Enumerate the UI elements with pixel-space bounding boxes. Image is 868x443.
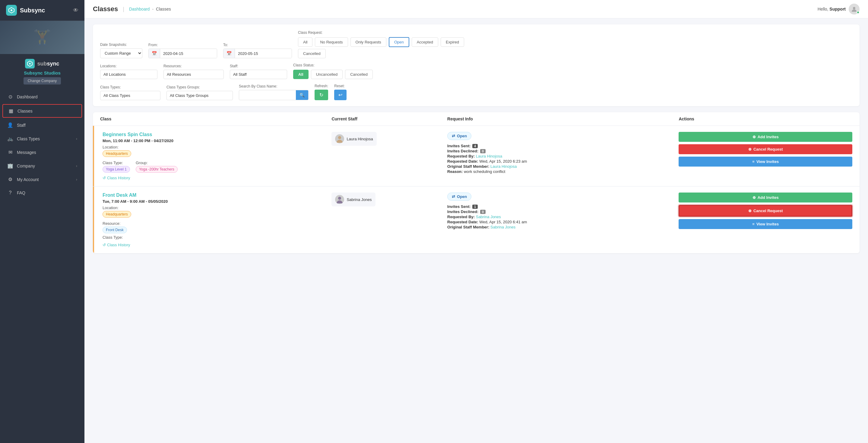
sidebar-item-class-types[interactable]: 🚲 Class Types › bbox=[0, 132, 85, 145]
request-btn-all[interactable]: All bbox=[298, 37, 312, 47]
col-header-class: Class bbox=[100, 117, 332, 121]
list-icon: ≡ bbox=[752, 222, 754, 226]
breadcrumb-home[interactable]: Dashboard bbox=[129, 7, 150, 11]
change-company-button[interactable]: Change Company bbox=[24, 77, 61, 85]
staff-input[interactable] bbox=[230, 70, 287, 79]
add-invites-button[interactable]: ⊕ Add Invites bbox=[679, 132, 852, 142]
brand-name: subsync bbox=[37, 61, 59, 67]
invites-declined: Invites Declined: 0 bbox=[447, 149, 679, 153]
requested-by: Requested By: Laura Hinojosa bbox=[447, 154, 679, 158]
list-icon: ≡ bbox=[752, 159, 754, 164]
calendar-icon-2: 📅 bbox=[223, 49, 235, 58]
search-class-input[interactable] bbox=[239, 91, 296, 99]
filters-section: Date Snapshots: Custom Range From: 📅 To: bbox=[93, 25, 860, 106]
sidebar-item-label: Dashboard bbox=[17, 94, 38, 99]
request-btn-accepted[interactable]: Accepted bbox=[412, 37, 438, 47]
from-date-input[interactable] bbox=[160, 49, 217, 58]
class-datetime: Mon, 11:00 AM - 12:00 PM - 04/27/2020 bbox=[102, 139, 332, 143]
status-btn-cancelled[interactable]: Cancelled bbox=[345, 70, 373, 79]
sidebar-item-my-account[interactable]: ⚙ My Account › bbox=[0, 173, 85, 186]
open-label: Open bbox=[457, 194, 467, 199]
cancel-request-button[interactable]: ⊗ Cancel Request bbox=[679, 205, 852, 217]
sidebar-brand: subsync Subsync Studios Change Company bbox=[0, 54, 85, 87]
requested-date: Requested Date: Wed, Apr 15, 2020 6:23 a… bbox=[447, 159, 679, 164]
sidebar-item-classes[interactable]: ▦ Classes bbox=[2, 104, 82, 118]
request-btn-no-requests[interactable]: No Requests bbox=[315, 37, 348, 47]
app-title: Subsync bbox=[20, 7, 45, 14]
class-history-link[interactable]: ↺ Class History bbox=[102, 243, 332, 247]
resources-input[interactable] bbox=[163, 70, 224, 79]
open-label: Open bbox=[457, 134, 467, 138]
invites-declined-count: 0 bbox=[480, 149, 486, 153]
reset-group: Reset: ↩ bbox=[334, 84, 346, 100]
request-buttons-row1: All No Requests Only Requests Open Accep… bbox=[298, 37, 464, 47]
reason: Reason: work scheduling conflict bbox=[447, 169, 679, 174]
class-name-link[interactable]: Beginners Spin Class bbox=[102, 132, 152, 137]
sidebar-item-faq[interactable]: ? FAQ bbox=[0, 186, 85, 200]
to-date-input[interactable] bbox=[235, 49, 292, 58]
original-staff: Original Staff Member: Sabrina Jones bbox=[447, 225, 679, 229]
locations-label: Locations: bbox=[100, 64, 157, 68]
view-invites-button[interactable]: ≡ View Invites bbox=[679, 157, 852, 167]
request-buttons-row2: Cancelled bbox=[298, 49, 464, 58]
status-btn-all[interactable]: All bbox=[293, 70, 309, 79]
add-invites-button[interactable]: ⊕ Add Invites bbox=[679, 193, 852, 203]
topbar: Classes | Dashboard - Classes Hello, Sup… bbox=[85, 0, 868, 19]
eye-icon[interactable]: 👁 bbox=[73, 7, 79, 13]
cancel-request-button[interactable]: ⊗ Cancel Request bbox=[679, 144, 852, 154]
sidebar-item-messages[interactable]: ✉ Messages bbox=[0, 145, 85, 159]
refresh-group: Refresh: ↻ bbox=[315, 84, 328, 100]
to-date-group: To: 📅 bbox=[223, 43, 292, 58]
search-wrap: 🔍 bbox=[239, 90, 309, 100]
invites-sent-count: 4 bbox=[472, 144, 478, 148]
class-history-label: Class History bbox=[107, 243, 130, 247]
sidebar-item-dashboard[interactable]: ⊙ Dashboard bbox=[0, 90, 85, 104]
view-invites-button[interactable]: ≡ View Invites bbox=[679, 219, 852, 229]
breadcrumb-current: Classes bbox=[156, 7, 171, 11]
history-icon: ↺ bbox=[102, 176, 106, 180]
sidebar-item-label: Class Types bbox=[17, 137, 40, 141]
class-name-link[interactable]: Front Desk AM bbox=[102, 193, 136, 198]
search-button[interactable]: 🔍 bbox=[296, 90, 308, 100]
class-status-group: Class Status: All Uncancelled Cancelled bbox=[293, 63, 373, 79]
location-tag: Headquarters bbox=[102, 150, 131, 157]
requested-by-link[interactable]: Sabrina Jones bbox=[476, 214, 501, 219]
date-snapshots-select[interactable]: Custom Range bbox=[100, 48, 142, 58]
original-staff-link[interactable]: Sabrina Jones bbox=[490, 225, 516, 229]
request-btn-cancelled[interactable]: Cancelled bbox=[298, 49, 326, 58]
requested-by-link[interactable]: Laura Hinojosa bbox=[476, 154, 502, 158]
table-row: Beginners Spin Class Mon, 11:00 AM - 12:… bbox=[93, 126, 860, 186]
faq-icon: ? bbox=[7, 190, 13, 196]
sidebar-banner: 🏋 bbox=[0, 21, 85, 54]
open-icon: ⇄ bbox=[452, 134, 455, 138]
sidebar-item-company[interactable]: 🏢 Company › bbox=[0, 159, 85, 173]
actions-col: ⊕ Add Invites ⊗ Cancel Request ≡ View In… bbox=[679, 193, 852, 229]
status-btn-uncancelled[interactable]: Uncancelled bbox=[311, 70, 343, 79]
online-dot bbox=[857, 11, 860, 14]
sidebar-item-staff[interactable]: 👤 Staff bbox=[0, 118, 85, 132]
cancel-request-label: Cancel Request bbox=[753, 209, 783, 213]
request-btn-open[interactable]: Open bbox=[389, 37, 409, 47]
staff-icon: 👤 bbox=[7, 122, 13, 128]
date-snapshots-group: Date Snapshots: Custom Range bbox=[100, 42, 142, 58]
plus-icon: ⊕ bbox=[752, 195, 756, 200]
filter-row-2: Locations: Resources: Staff: Class Statu… bbox=[100, 63, 852, 79]
search-class-label: Search By Class Name: bbox=[239, 84, 309, 88]
class-types-input[interactable] bbox=[100, 91, 160, 100]
topbar-left: Classes | Dashboard - Classes bbox=[93, 5, 171, 13]
request-btn-expired[interactable]: Expired bbox=[441, 37, 464, 47]
original-staff-link[interactable]: Laura Hinojosa bbox=[490, 164, 517, 169]
locations-input[interactable] bbox=[100, 70, 157, 79]
request-btn-only-requests[interactable]: Only Requests bbox=[350, 37, 386, 47]
calendar-icon: 📅 bbox=[149, 49, 160, 58]
reset-button[interactable]: ↩ bbox=[334, 90, 346, 100]
staff-col: Laura Hinojosa bbox=[332, 132, 447, 146]
refresh-button[interactable]: ↻ bbox=[315, 90, 328, 100]
filter-row-3: Class Types: Class Types Groups: Search … bbox=[100, 84, 852, 100]
class-type-groups-input[interactable] bbox=[166, 91, 233, 100]
sidebar-item-label: Messages bbox=[17, 150, 36, 155]
class-history-link[interactable]: ↺ Class History bbox=[102, 176, 332, 180]
sidebar-header: Subsync 👁 bbox=[0, 0, 85, 21]
sidebar-item-label: FAQ bbox=[17, 190, 25, 195]
brand-icon bbox=[25, 59, 35, 68]
